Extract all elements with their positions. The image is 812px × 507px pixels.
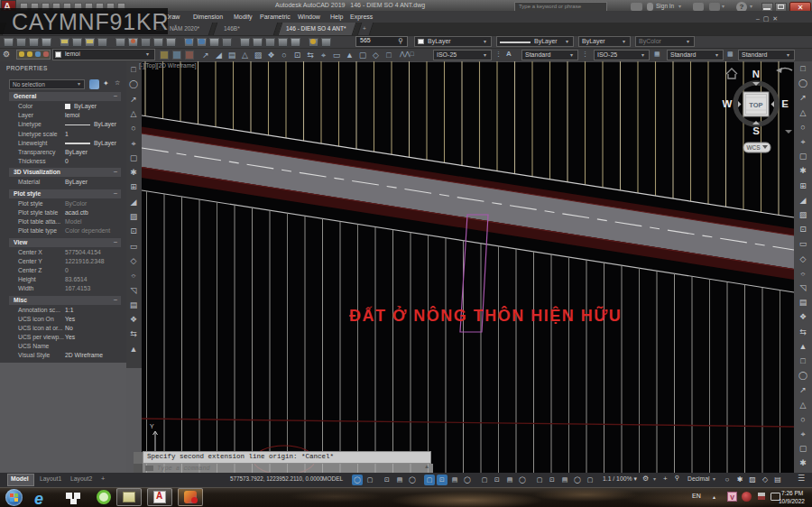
svg-text:TOP: TOP: [749, 101, 762, 109]
svg-text:E: E: [781, 98, 789, 109]
svg-text:Y: Y: [150, 423, 154, 429]
svg-text:WCS: WCS: [746, 144, 761, 151]
svg-text:S: S: [752, 125, 760, 136]
svg-text:W: W: [723, 98, 733, 109]
svg-text:ĐẤT Ở NÔNG THÔN HIỆN HỮU: ĐẤT Ở NÔNG THÔN HIỆN HỮU: [349, 306, 622, 325]
svg-text:N: N: [752, 69, 760, 79]
